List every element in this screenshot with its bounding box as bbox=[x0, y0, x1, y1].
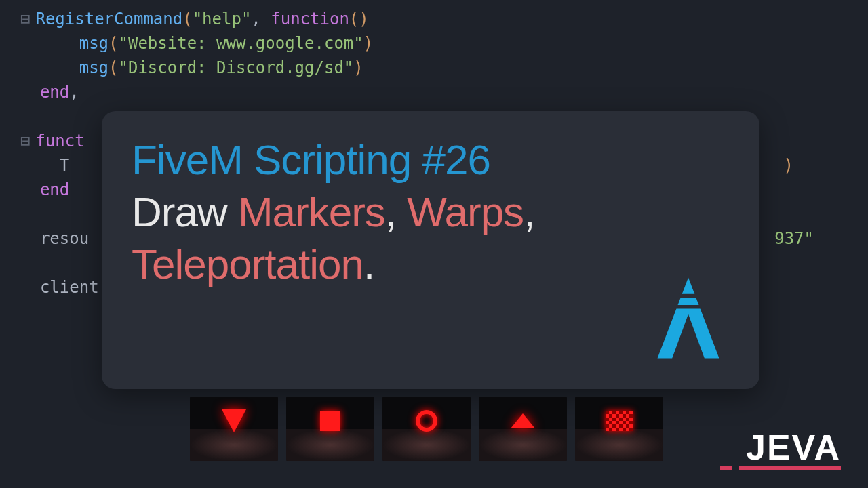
marker-checker-icon bbox=[606, 411, 633, 431]
jeva-underline-accent-icon bbox=[720, 466, 732, 470]
fivem-logo-icon bbox=[651, 274, 726, 362]
marker-chevron-icon bbox=[511, 413, 535, 428]
thumb-chevron bbox=[479, 396, 567, 461]
title-series: FiveM Scripting #26 bbox=[132, 136, 730, 184]
code-line-3: msg("Discord: Discord.gg/sd") bbox=[20, 56, 848, 80]
jeva-brand-text: JEVA bbox=[746, 427, 841, 468]
thumb-checker bbox=[575, 396, 663, 461]
code-line-4: end, bbox=[20, 80, 848, 104]
jeva-underline-icon bbox=[739, 466, 841, 470]
thumb-square bbox=[286, 396, 374, 461]
marker-triangle-icon bbox=[222, 409, 246, 432]
thumb-triangle bbox=[190, 396, 278, 461]
title-subtitle-2: Teleportation. bbox=[132, 240, 730, 288]
marker-square-icon bbox=[320, 411, 340, 431]
code-line-2: msg("Website: www.google.com") bbox=[20, 31, 848, 56]
title-subtitle-1: Draw Markers, Warps, bbox=[132, 188, 730, 236]
thumbnail-row bbox=[190, 396, 663, 461]
thumb-ring bbox=[382, 396, 471, 461]
code-line-1: ⊟RegisterCommand("help", function() bbox=[20, 7, 848, 31]
title-card: FiveM Scripting #26 Draw Markers, Warps,… bbox=[102, 111, 760, 389]
marker-ring-icon bbox=[416, 410, 437, 432]
